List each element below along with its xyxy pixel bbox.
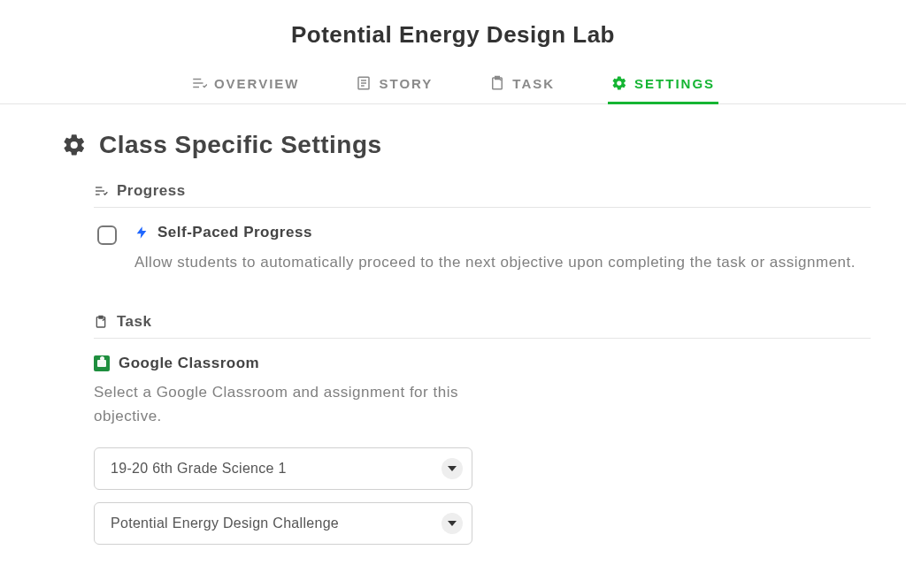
self-paced-checkbox[interactable] (97, 225, 117, 245)
tab-overview[interactable]: OVERVIEW (188, 68, 303, 103)
tab-settings-label: SETTINGS (634, 76, 715, 91)
overview-icon (191, 75, 207, 91)
task-section-icon (94, 315, 108, 329)
svg-marker-12 (448, 466, 457, 471)
story-icon (356, 75, 372, 91)
tab-settings[interactable]: SETTINGS (608, 68, 718, 103)
google-classroom-desc: Select a Google Classroom and assignment… (94, 381, 465, 428)
classroom-select[interactable]: 19-20 6th Grade Science 1 (94, 447, 472, 490)
progress-label: Progress (117, 182, 186, 200)
chevron-down-icon (441, 458, 463, 479)
tab-task[interactable]: TASK (486, 68, 558, 103)
tab-task-label: TASK (512, 76, 555, 91)
tab-story[interactable]: STORY (352, 68, 436, 103)
task-icon (489, 75, 505, 91)
task-subheader: Task (94, 313, 871, 339)
progress-icon (94, 184, 108, 198)
tabs: OVERVIEW STORY TASK SETTINGS (0, 68, 906, 104)
self-paced-desc: Allow students to automatically proceed … (134, 250, 869, 274)
svg-marker-13 (448, 521, 457, 526)
section-title: Class Specific Settings (99, 131, 382, 159)
chevron-down-icon (441, 513, 463, 534)
google-classroom-title: Google Classroom (119, 355, 259, 372)
bolt-icon (134, 224, 149, 241)
progress-subheader: Progress (94, 182, 871, 208)
classroom-select-value: 19-20 6th Grade Science 1 (111, 461, 287, 477)
page-title: Potential Energy Design Lab (0, 21, 906, 49)
tab-story-label: STORY (379, 76, 433, 91)
google-classroom-icon (94, 355, 110, 371)
task-label: Task (117, 313, 152, 331)
tab-overview-label: OVERVIEW (214, 76, 300, 91)
settings-icon (611, 75, 627, 91)
assignment-select[interactable]: Potential Energy Design Challenge (94, 502, 472, 545)
assignment-select-value: Potential Energy Design Challenge (111, 515, 339, 531)
self-paced-title: Self-Paced Progress (157, 224, 312, 241)
gear-icon (62, 133, 87, 157)
